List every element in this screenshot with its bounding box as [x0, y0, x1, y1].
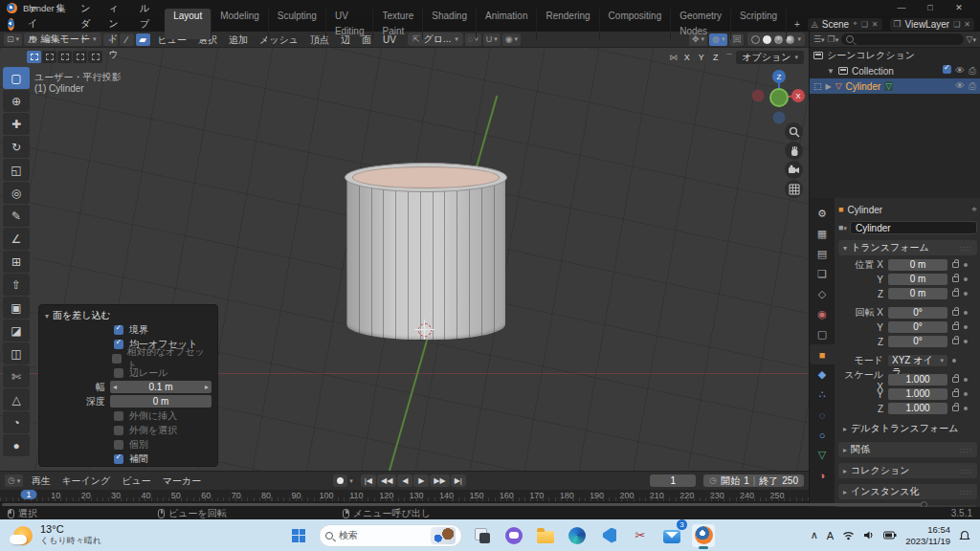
speaker-icon[interactable] — [863, 530, 875, 540]
workspace-tab-2[interactable]: Sculpting — [269, 9, 326, 39]
shading-rendered-button[interactable] — [786, 35, 794, 44]
edge-browser-button[interactable] — [566, 524, 589, 547]
mirror-axis-x-button[interactable]: X — [680, 52, 693, 64]
maximize-button[interactable]: □ — [916, 0, 945, 16]
topbar-menu-0[interactable]: ファイル — [20, 0, 48, 62]
transform-value-2[interactable]: 0 m — [888, 288, 947, 299]
object-name-field[interactable]: Cylinder — [850, 221, 977, 234]
properties-tab-material[interactable]: ◑ — [810, 465, 835, 485]
timeline-menu-3[interactable]: マーカー — [157, 474, 207, 489]
animate-dot-icon[interactable] — [964, 407, 968, 410]
transform-value-0[interactable]: 0 m — [888, 259, 947, 271]
pan-view-button[interactable] — [785, 142, 803, 160]
lock-icon[interactable] — [952, 324, 959, 330]
tool-scale-button[interactable]: ◱ — [3, 159, 30, 181]
properties-tab-physics[interactable]: ◌ — [810, 405, 835, 425]
timeline-editor-type-dropdown[interactable]: ◷▾ — [5, 474, 23, 487]
outliner-display-dropdown[interactable]: ☰▾ — [813, 35, 825, 44]
topbar-menu-3[interactable]: ウィンドウ — [100, 0, 132, 62]
properties-tab-output[interactable]: ▤ — [810, 244, 835, 264]
workspace-tab-4[interactable]: Texture Paint — [373, 9, 423, 39]
tool-smooth-button[interactable]: ● — [3, 434, 30, 456]
tool-bevel-button[interactable]: ◪ — [3, 320, 30, 342]
jump-to-start-button[interactable]: |◀ — [361, 474, 376, 487]
workspace-tab-9[interactable]: Geometry Nodes — [671, 9, 731, 39]
mail-button[interactable]: 3 — [660, 524, 683, 547]
transform-value-5[interactable]: 0° — [888, 336, 947, 347]
timeline-ruler[interactable]: 1102030405060708090100110120130140150160… — [0, 490, 809, 501]
task-view-button[interactable] — [471, 524, 494, 547]
remove-viewlayer-icon[interactable]: ✕ — [964, 20, 970, 29]
outliner-row-cylinder[interactable]: ⬚ ▶ ▽ Cylinder ▽ 👁 ⎙ — [810, 78, 980, 94]
inset-option-b-checkbox-0[interactable] — [114, 411, 123, 421]
transform-value-4[interactable]: 0° — [888, 321, 947, 333]
lock-icon[interactable] — [952, 310, 959, 316]
outliner-search-input[interactable] — [841, 33, 963, 45]
workspace-tab-0[interactable]: Layout — [165, 9, 212, 39]
navigation-gizmo[interactable]: Z X — [748, 65, 808, 124]
workspace-tab-10[interactable]: Scripting — [731, 9, 787, 39]
outliner-row-collection[interactable]: ▼ Collection 👁 ⎙ — [810, 63, 980, 78]
hidden-icons-chevron[interactable]: ∧ — [811, 529, 818, 541]
tool-inset-faces-button[interactable]: ▣ — [3, 297, 30, 319]
workspace-tab-6[interactable]: Animation — [477, 9, 537, 39]
tool-rotate-button[interactable]: ↻ — [3, 136, 30, 158]
scene-selector[interactable]: ◬ Scene ⌖ ❏ ✕ — [808, 18, 882, 31]
animate-dot-icon[interactable] — [952, 359, 956, 363]
outliner-filter-dropdown[interactable]: ❐▾ — [828, 35, 839, 44]
lock-icon[interactable] — [952, 339, 959, 344]
hide-collection-eye-icon[interactable]: 👁 — [955, 65, 965, 77]
tool-cursor-button[interactable]: ⊕ — [3, 90, 30, 112]
tool-transform-button[interactable]: ◎ — [3, 182, 30, 204]
taskbar-search-box[interactable]: 検索 — [319, 524, 462, 547]
start-button[interactable] — [287, 524, 310, 547]
tool-poly-build-button[interactable]: △ — [3, 388, 30, 410]
timeline-menu-0[interactable]: 再生 — [25, 474, 56, 489]
properties-tab-collection[interactable]: ▢ — [810, 324, 835, 344]
add-workspace-button[interactable]: + — [787, 19, 808, 30]
depth-field[interactable]: 0 m — [110, 395, 212, 408]
slider-right-arrow-icon[interactable]: ▸ — [205, 381, 209, 393]
prev-keyframe-button[interactable]: ◀◀ — [377, 474, 396, 487]
file-explorer-button[interactable] — [534, 524, 557, 547]
properties-tab-tool[interactable]: ⚙ — [810, 204, 835, 224]
workspace-tab-7[interactable]: Rendering — [537, 9, 599, 39]
collapse-icon[interactable]: ▼ — [827, 67, 835, 76]
tool-measure-button[interactable]: ∠ — [3, 228, 30, 250]
properties-tab-view-layer[interactable]: ❏ — [810, 264, 835, 284]
inset-option-b-checkbox-2[interactable] — [114, 440, 123, 450]
properties-tab-render[interactable]: ▦ — [810, 224, 835, 244]
workspace-tab-5[interactable]: Shading — [423, 9, 477, 39]
disable-render-object-icon[interactable]: ⎙ — [969, 80, 976, 92]
section-2[interactable]: ▸インスタンス化:::: — [838, 484, 977, 499]
gizmo-minus-z-ball[interactable] — [773, 112, 786, 124]
minimize-button[interactable]: — — [887, 0, 916, 16]
topbar-menu-1[interactable]: 編集 — [48, 0, 73, 62]
battery-icon[interactable] — [883, 531, 897, 540]
tool-move-button[interactable]: ✚ — [3, 113, 30, 135]
new-viewlayer-icon[interactable]: ❏ — [953, 20, 960, 29]
pin-scene-icon[interactable]: ⌖ — [853, 19, 858, 29]
next-keyframe-button[interactable]: ▶▶ — [430, 474, 449, 487]
tool-extrude-region-button[interactable]: ⇧ — [3, 274, 30, 296]
play-button[interactable]: ▶ — [413, 474, 429, 487]
lock-icon[interactable] — [952, 291, 959, 297]
tool-loop-cut-button[interactable]: ◫ — [3, 342, 30, 364]
inset-option-checkbox-2[interactable] — [112, 354, 122, 364]
cylinder-object[interactable] — [346, 177, 505, 340]
timeline-menu-1[interactable]: キーイング — [56, 474, 116, 489]
clock-widget[interactable]: 16:54 2023/11/19 — [905, 524, 950, 547]
auto-keying-record-button[interactable] — [333, 474, 347, 487]
lock-icon[interactable] — [952, 262, 959, 268]
transform-value-9[interactable]: 1.000 — [888, 403, 947, 414]
jump-to-end-button[interactable]: ▶| — [451, 474, 466, 487]
mirror-axis-y-button[interactable]: Y — [695, 52, 707, 64]
topbar-menu-4[interactable]: ヘルプ — [132, 0, 157, 62]
width-slider[interactable]: ◂ 0.1 m ▸ — [110, 381, 212, 393]
transform-value-1[interactable]: 0 m — [888, 274, 947, 285]
collection-checkbox[interactable] — [943, 65, 951, 74]
filter-funnel-icon[interactable]: ▽▾ — [967, 35, 976, 44]
perspective-toggle-button[interactable] — [785, 180, 803, 198]
lock-icon[interactable] — [952, 276, 959, 282]
cylinder-selected-top-face[interactable] — [352, 166, 500, 188]
